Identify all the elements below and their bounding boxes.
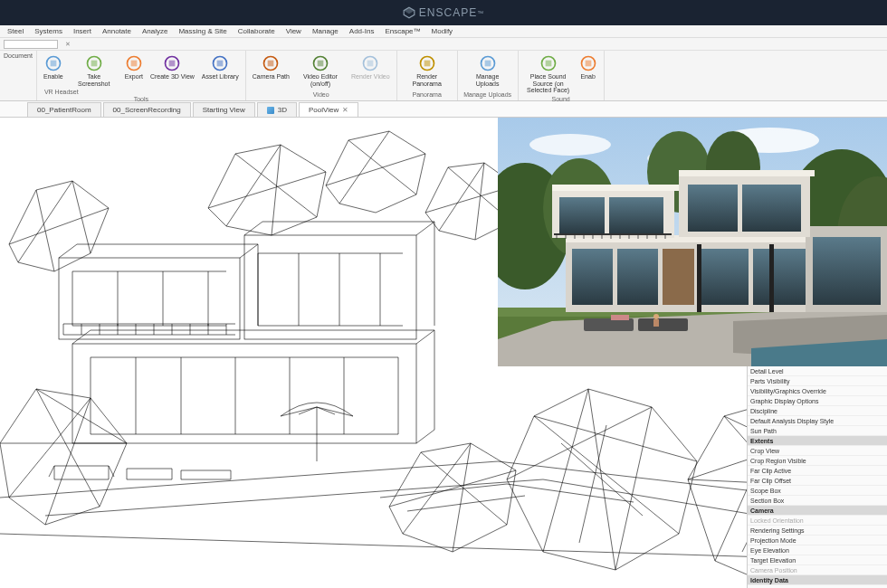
prop-row-visibility-graphics-override[interactable]: Visibility/Graphics Override [748,386,887,396]
ribbon-button-render-panorama[interactable]: Render Panorama [401,52,453,89]
svg-rect-19 [424,61,430,67]
menu-item-massing-site[interactable]: Massing & Site [173,27,232,35]
svg-rect-11 [217,61,224,67]
view-tab-00-screenrecording[interactable]: 00_ScreenRecording [103,102,191,117]
menu-item-analyze[interactable]: Analyze [137,27,173,35]
ribbon-icon [211,54,229,72]
prop-row-discipline[interactable]: Discipline [748,406,887,416]
svg-rect-76 [638,318,688,331]
prop-row-identity-data: Identity Data [748,575,887,585]
prop-row-far-clip-active[interactable]: Far Clip Active [748,466,887,476]
svg-rect-48 [663,249,694,305]
menu-item-modify[interactable]: Modify [426,27,459,35]
svg-rect-50 [753,249,812,305]
prop-row-section-box[interactable]: Section Box [748,496,887,506]
ribbon-icon [539,54,558,72]
ribbon-icon [579,54,597,72]
menu-item-steel[interactable]: Steel [2,27,29,35]
prop-row-detail-level[interactable]: Detail Level [748,366,887,376]
menu-item-insert[interactable]: Insert [68,27,97,35]
svg-rect-17 [367,61,374,67]
svg-rect-52 [813,237,881,305]
ribbon-group-sound: Place Sound Source (on Selected Face)Ena… [519,51,605,100]
ribbon-icon [311,54,329,72]
prop-row-target-elevation[interactable]: Target Elevation [748,555,887,565]
ribbon-button-take-screenshot[interactable]: Take Screenshot [68,52,120,89]
prop-row-eye-elevation[interactable]: Eye Elevation [748,545,887,555]
ribbon-button-enab[interactable]: Enab [577,52,600,82]
menu-item-add-ins[interactable]: Add-Ins [344,27,380,35]
prop-row-camera: Camera [748,506,887,516]
svg-rect-75 [584,318,634,331]
ribbon-group-document: Document [0,51,37,100]
tab-close-icon[interactable]: ✕ [342,106,348,114]
prop-row-sun-path[interactable]: Sun Path [748,426,887,436]
menu-item-annotate[interactable]: Annotate [97,27,137,35]
tab-label: 00_PatientRoom [37,106,91,114]
svg-rect-3 [50,61,56,67]
ribbon-button-label: Take Screenshot [71,73,118,87]
enscape-logo-icon [403,6,415,19]
ribbon-icon [418,54,436,72]
view-tab-3d[interactable]: 3D [257,102,297,117]
ribbon-button-render-video[interactable]: Render Video [348,52,393,82]
view-tab-starting-view[interactable]: Starting View [193,102,255,117]
ribbon-button-camera-path[interactable]: Camera Path [250,52,292,82]
ribbon-button-asset-library[interactable]: Asset Library [199,52,242,82]
menu-item-enscape-[interactable]: Enscape™ [379,27,425,35]
svg-rect-5 [91,61,97,67]
tab-label: 00_ScreenRecording [113,106,181,114]
svg-rect-21 [484,61,491,67]
tab-3d-icon [267,107,274,114]
ribbon-button-create-d-view[interactable]: Create 3D View [148,52,197,82]
ribbon-group-label: Manage Uploads [462,91,514,99]
prop-row-parts-visibility[interactable]: Parts Visibility [748,376,887,386]
ribbon-button-video-editor-on-off-[interactable]: Video Editor (on/off) [294,52,347,89]
ribbon: DocumentEnableTake ScreenshotExportCreat… [0,51,887,101]
menu-item-view[interactable]: View [281,27,307,35]
ribbon-button-export[interactable]: Export [122,52,146,82]
prop-row-camera-position[interactable]: Camera Position [748,565,887,575]
menu-item-collaborate[interactable]: Collaborate [233,27,281,35]
ribbon-icon [361,54,379,72]
menu-item-systems[interactable]: Systems [29,27,68,35]
tab-label: PoolView [309,106,339,114]
quick-access-bar: ✕ [0,38,887,51]
prop-row-rendering-settings[interactable]: Rendering Settings [748,526,887,536]
prop-row-default-analysis-display-style[interactable]: Default Analysis Display Style [748,416,887,426]
view-tab-poolview[interactable]: PoolView✕ [299,102,358,117]
svg-rect-49 [699,249,749,305]
ribbon-button-place-sound-source-on-selected-face-[interactable]: Place Sound Source (on Selected Face) [522,52,575,96]
menu-item-manage[interactable]: Manage [307,27,344,35]
prop-row-projection-mode[interactable]: Projection Mode [748,536,887,545]
title-bar: ENSCAPE™ [0,0,887,25]
prop-row-locked-orientation[interactable]: Locked Orientation [748,516,887,526]
svg-rect-77 [611,315,629,320]
svg-rect-46 [572,249,613,305]
ribbon-button-enable[interactable]: Enable [41,52,66,82]
prop-row-graphic-display-options[interactable]: Graphic Display Options [748,396,887,406]
prop-row-crop-view[interactable]: Crop View [748,446,887,456]
svg-rect-55 [559,197,605,233]
render-viewport[interactable] [498,118,887,366]
ribbon-group-video: Camera PathVideo Editor (on/off)Render V… [246,51,397,100]
type-selector-dropdown[interactable] [4,40,58,49]
prop-row-extents: Extents [748,436,887,446]
ribbon-icon [44,54,62,72]
view-tab-00-patientroom[interactable]: 00_PatientRoom [27,102,101,117]
ribbon-button-manage-uploads[interactable]: Manage Uploads [462,52,514,89]
prop-row-far-clip-offset[interactable]: Far Clip Offset [748,476,887,486]
ribbon-button-label: Enab [580,73,595,81]
ribbon-button-label: Export [125,73,143,81]
prop-row-scope-box[interactable]: Scope Box [748,486,887,496]
prop-row-crop-region-visible[interactable]: Crop Region Visible [748,456,887,466]
ribbon-icon [85,54,103,72]
svg-rect-80 [697,244,701,312]
svg-rect-79 [653,319,659,327]
ribbon-button-label: Create 3D View [150,73,195,81]
close-small-icon[interactable]: ✕ [63,40,72,49]
ribbon-icon [163,54,181,72]
svg-marker-1 [404,7,415,14]
svg-rect-13 [268,61,274,67]
ribbon-button-label: Render Panorama [404,73,451,87]
